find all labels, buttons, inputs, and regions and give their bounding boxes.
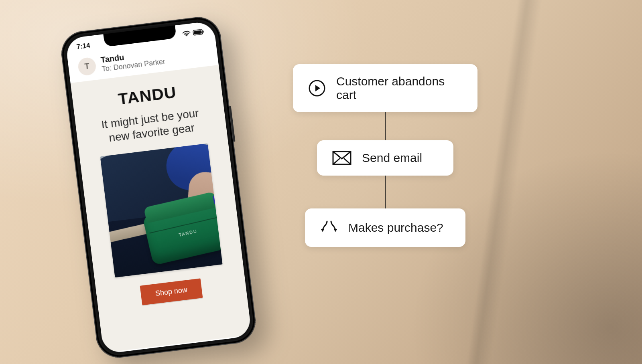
email-headline: It might just be your new favorite gear bbox=[89, 105, 212, 147]
mail-icon bbox=[332, 151, 351, 165]
sender-avatar: T bbox=[77, 57, 97, 76]
flow-step-condition[interactable]: Makes purchase? bbox=[305, 208, 465, 247]
product-brand-label: TANDU bbox=[178, 229, 198, 237]
flow-step-action[interactable]: Send email bbox=[317, 140, 453, 176]
wifi-icon bbox=[182, 30, 191, 37]
product-image: TANDU bbox=[100, 144, 223, 278]
shop-now-button[interactable]: Shop now bbox=[140, 278, 203, 305]
flow-step-label: Send email bbox=[362, 151, 422, 165]
svg-rect-2 bbox=[203, 30, 204, 32]
status-time: 7:14 bbox=[76, 42, 91, 51]
battery-icon bbox=[193, 29, 204, 36]
branch-icon bbox=[320, 219, 338, 237]
svg-rect-1 bbox=[194, 30, 202, 34]
phone-screen: 7:14 bbox=[65, 21, 252, 354]
flow-step-trigger[interactable]: Customer abandons cart bbox=[293, 64, 477, 112]
flow-step-label: Customer abandons cart bbox=[336, 75, 462, 102]
automation-flow: Customer abandons cart Send email Makes … bbox=[281, 64, 490, 247]
flow-connector bbox=[385, 112, 386, 140]
flow-step-label: Makes purchase? bbox=[348, 221, 443, 235]
play-icon bbox=[308, 79, 326, 97]
flow-connector bbox=[385, 176, 386, 208]
email-body: TANDU It might just be your new favorite… bbox=[71, 65, 252, 353]
